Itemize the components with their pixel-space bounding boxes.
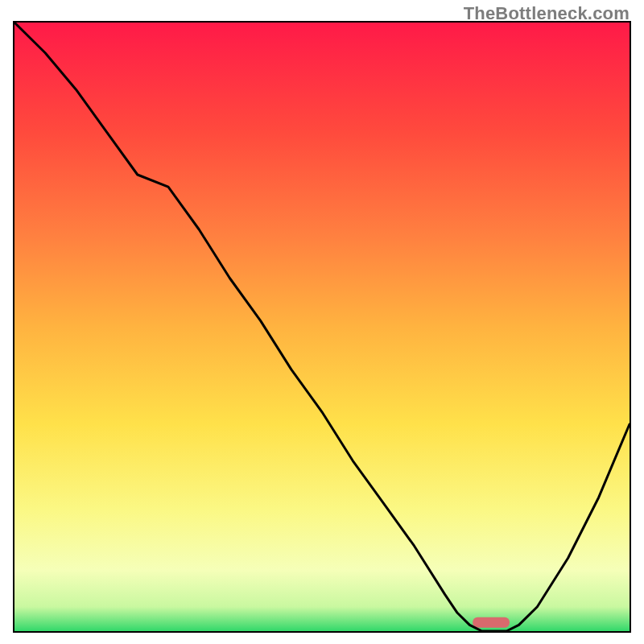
bottleneck-chart (0, 0, 644, 644)
optimal-marker (473, 617, 510, 628)
watermark-text: TheBottleneck.com (464, 3, 630, 24)
plot-background (14, 23, 630, 631)
